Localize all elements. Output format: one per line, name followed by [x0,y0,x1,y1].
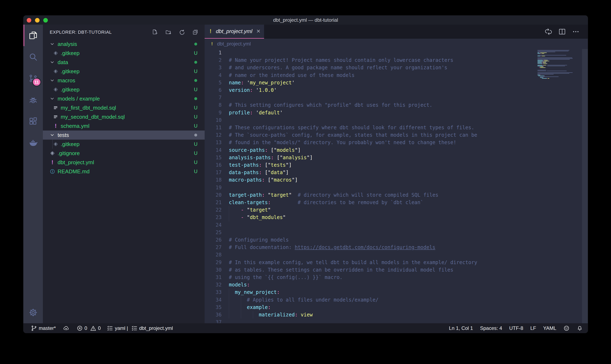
vscode-window: dbt_project.yml — dbt-tutorial 11 EXPLOR… [23,15,588,333]
editor-scrollbar[interactable] [582,49,588,323]
tree-file--gitkeep[interactable]: .gitkeepU [43,49,205,58]
tree-item-label: .gitkeep [61,140,80,149]
activity-explorer[interactable] [23,25,43,46]
activity-docker[interactable] [23,132,43,154]
code-line-22: 22 - "target" [205,206,588,214]
chevron-down-icon [50,41,55,47]
tree-file-my-second-dbt-model-sql[interactable]: my_second_dbt_model.sqlU [43,112,205,121]
tree-folder-tests[interactable]: tests [43,130,205,140]
yaml-file-icon: ! [53,123,58,129]
tree-file-readme-md[interactable]: README.mdU [43,167,205,176]
status-warning-count[interactable]: 0 [90,325,101,331]
status-sync-status[interactable] [63,325,69,331]
yaml-file-icon: ! [50,160,55,165]
tree-file-dbt-project-yml[interactable]: !dbt_project.ymlU [43,158,205,167]
tab-close-icon[interactable]: × [256,25,260,38]
title-bar[interactable]: dbt_project.yml — dbt-tutorial [23,15,588,25]
tree-file--gitkeep[interactable]: .gitkeepU [43,140,205,149]
status-cursor-position[interactable]: Ln 1, Col 1 [449,325,473,331]
code-line-7: 7 [205,94,588,102]
more-actions-icon[interactable] [572,28,580,35]
new-file-icon[interactable] [152,29,158,36]
tab-dbt-project-yml[interactable]: ! dbt_project.yml × [205,25,264,39]
smiley-icon [563,325,569,331]
activity-extensions[interactable] [23,111,43,132]
tree-file-schema-yml[interactable]: !schema.ymlU [43,121,205,130]
git-status-dot [194,134,197,136]
tree-file-my-first-dbt-model-sql[interactable]: my_first_dbt_model.sqlU [43,103,205,112]
status-dbt-file-status[interactable]: dbt_project.yml [131,325,173,331]
activity-bar: 11 [23,25,43,323]
activity-source-control[interactable]: 11 [23,68,43,89]
tree-item-label: my_first_dbt_model.sql [61,103,116,112]
code-line-34: 34 # Applies to all files under models/e… [205,296,588,304]
activity-debug[interactable] [23,89,43,111]
collapse-all-icon[interactable] [192,29,199,36]
code-line-5: 5name: 'my_new_project' [205,79,588,87]
status-indentation[interactable]: Spaces: 4 [480,325,502,331]
git-status-dot [194,79,197,82]
search-icon [28,52,38,61]
tree-item-label: .gitkeep [61,49,80,58]
open-changes-icon[interactable] [545,28,552,35]
code-line-33: 33 my_new_project: [205,288,588,296]
file-tree: analysis.gitkeepUdata.gitkeepUmacros.git… [43,39,205,176]
tree-item-label: macros [57,76,75,85]
tree-file--gitkeep[interactable]: .gitkeepU [43,85,205,94]
tree-folder-analysis[interactable]: analysis [43,39,205,49]
status-encoding[interactable]: UTF-8 [509,325,523,331]
breadcrumb[interactable]: ! dbt_project.yml [205,39,588,49]
activity-settings[interactable] [23,302,43,323]
status-error-count[interactable]: 0 [77,325,87,331]
tree-item-label: dbt_project.yml [57,158,94,167]
minimap[interactable] [538,49,579,323]
tree-folder-data[interactable]: data [43,58,205,67]
scm-badge: 11 [33,78,40,86]
tree-item-label: my_second_dbt_model.sql [61,112,125,121]
new-folder-icon[interactable] [165,29,172,36]
status-yaml-extension-status[interactable]: yaml | [107,325,128,331]
breadcrumb-item[interactable]: dbt_project.yml [217,39,251,49]
code-line-32: 32models: [205,281,588,289]
code-line-25: 25 [205,229,588,236]
tree-file--gitkeep[interactable]: .gitkeepU [43,67,205,76]
tree-file--gitignore[interactable]: .gitignoreU [43,149,205,158]
tree-folder-macros[interactable]: macros [43,76,205,85]
extensions-icon [28,117,38,126]
cloud-upload-icon [63,325,69,331]
git-file-icon [53,142,58,147]
git-branch-icon [31,325,37,331]
code-line-3: 3# and underscores. A good package name … [205,64,588,72]
status-feedback[interactable] [563,325,569,331]
status-notifications[interactable] [577,325,583,331]
code-line-35: 35 example: [205,304,588,311]
tree-folder-models-example[interactable]: models / example [43,94,205,103]
yaml-warning-icon: ! [211,39,213,49]
code-line-4: 4# name or the intended use of these mod… [205,72,588,79]
status-eol[interactable]: LF [530,325,536,331]
tab-bar: ! dbt_project.yml × [205,25,588,39]
split-editor-icon[interactable] [558,28,566,35]
status-branch-status[interactable]: master* [31,325,56,331]
code-line-19: 19 [205,184,588,192]
git-status-badge: U [193,121,199,130]
refresh-icon[interactable] [179,29,185,36]
tree-item-label: data [57,58,68,67]
tree-item-label: tests [57,130,69,140]
activity-search[interactable] [23,46,43,68]
tree-item-label: README.md [57,167,90,176]
status-language-mode[interactable]: YAML [543,325,556,331]
code-line-6: 6version: '1.0.0' [205,86,588,94]
warning-icon [90,325,96,331]
code-line-23: 23 - "dbt_modules" [205,214,588,221]
git-status-badge: U [193,85,199,94]
checklist-icon [107,325,113,331]
code-line-37: 37 [205,318,588,323]
chevron-down-icon [50,60,55,65]
chevron-down-icon [50,96,55,101]
git-file-icon [53,69,58,74]
code-editor[interactable]: 12# Name your project! Project names sho… [205,49,588,323]
tree-item-label: analysis [57,39,77,49]
code-line-13: 13# found in the "models/" directory. Yo… [205,139,588,146]
editor-actions [545,28,580,35]
